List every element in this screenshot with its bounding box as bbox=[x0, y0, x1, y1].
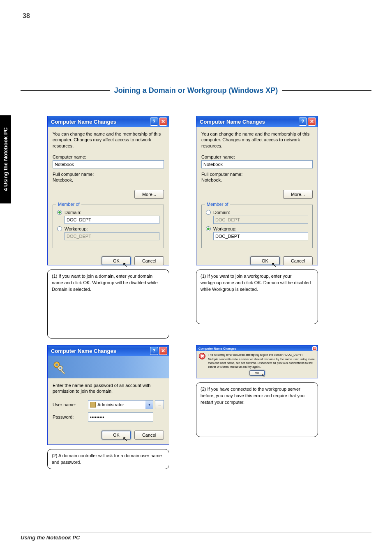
close-icon[interactable]: ✕ bbox=[159, 347, 167, 355]
more-button[interactable]: More... bbox=[134, 190, 164, 199]
svg-point-1 bbox=[55, 364, 58, 366]
error-icon: ✖ bbox=[199, 353, 205, 359]
domain-input[interactable] bbox=[65, 216, 159, 224]
ok-button[interactable]: OK bbox=[101, 256, 131, 265]
credentials-banner bbox=[48, 356, 169, 378]
side-chapter-tab: 4 Using the Notebook PC bbox=[0, 115, 11, 203]
computer-name-input[interactable] bbox=[53, 160, 164, 168]
radio-workgroup-label: Workgroup: bbox=[213, 226, 237, 231]
page-number: 38 bbox=[23, 12, 30, 20]
radio-domain[interactable] bbox=[57, 210, 62, 215]
workgroup-input-disabled bbox=[65, 232, 159, 240]
full-computer-name-value: Notebook. bbox=[53, 177, 164, 182]
cancel-button[interactable]: Cancel bbox=[283, 256, 313, 265]
dialog-title: Computer Name Changes bbox=[198, 347, 236, 350]
footer-title: Using the Notebook PC bbox=[21, 534, 80, 541]
workgroup-input[interactable] bbox=[213, 232, 308, 240]
section-heading-row: Joining a Domain or Workgroup (Windows X… bbox=[21, 86, 371, 95]
computer-name-label: Computer name: bbox=[53, 154, 164, 159]
dialog-description: You can change the name and the membersh… bbox=[201, 131, 313, 149]
rule-right bbox=[282, 90, 371, 91]
dialog-error: Computer Name Changes ✕ ✖ The following … bbox=[196, 345, 318, 378]
radio-workgroup[interactable] bbox=[206, 226, 211, 231]
full-computer-name-label: Full computer name: bbox=[201, 172, 313, 177]
member-of-legend: Member of bbox=[56, 202, 81, 207]
help-icon[interactable]: ? bbox=[150, 117, 158, 126]
password-input[interactable] bbox=[88, 412, 153, 421]
close-icon[interactable]: ✕ bbox=[159, 117, 167, 126]
dialog-title: Computer Name Changes bbox=[51, 348, 116, 354]
dialog-title: Computer Name Changes bbox=[200, 119, 265, 125]
caption-error: (2) If you have connected to the workgro… bbox=[196, 382, 318, 437]
dialog-title: Computer Name Changes bbox=[51, 119, 116, 125]
member-of-group: Member of Domain: Workgroup: bbox=[53, 205, 164, 248]
radio-domain-label: Domain: bbox=[65, 210, 81, 215]
member-of-legend: Member of bbox=[205, 202, 230, 207]
browse-button[interactable]: ... bbox=[155, 400, 164, 409]
keys-icon bbox=[51, 359, 67, 375]
dialog-computer-name-domain: Computer Name Changes ? ✕ You can change… bbox=[47, 116, 169, 265]
cancel-button[interactable]: Cancel bbox=[134, 431, 164, 440]
password-label: Password: bbox=[53, 415, 88, 419]
dialog-description: You can change the name and the membersh… bbox=[53, 131, 164, 149]
username-label: User name: bbox=[53, 402, 88, 407]
username-value: Administrator bbox=[97, 402, 144, 407]
titlebar: Computer Name Changes ? ✕ bbox=[48, 345, 169, 356]
computer-name-label: Computer name: bbox=[201, 154, 313, 159]
svg-rect-5 bbox=[61, 370, 65, 374]
section-heading: Joining a Domain or Workgroup (Windows X… bbox=[110, 86, 282, 95]
titlebar: Computer Name Changes ✕ bbox=[196, 345, 318, 351]
caption-credentials: (2) A domain controller will ask for a d… bbox=[47, 449, 169, 470]
help-icon[interactable]: ? bbox=[150, 347, 158, 355]
member-of-group: Member of Domain: Workgroup: bbox=[201, 205, 313, 248]
rule-left bbox=[21, 90, 110, 91]
titlebar: Computer Name Changes ? ✕ bbox=[48, 116, 169, 127]
ok-button[interactable]: OK bbox=[250, 256, 280, 265]
more-button[interactable]: More... bbox=[283, 190, 313, 199]
full-computer-name-value: Notebook. bbox=[201, 177, 313, 182]
caption-workgroup: (1) If you want to join a workgroup, ent… bbox=[196, 269, 318, 324]
cancel-button[interactable]: Cancel bbox=[134, 256, 164, 265]
footer-rule bbox=[21, 532, 371, 532]
ok-button[interactable]: OK bbox=[249, 370, 265, 376]
ok-button[interactable]: OK bbox=[101, 431, 131, 440]
computer-name-input[interactable] bbox=[201, 160, 313, 168]
radio-domain[interactable] bbox=[206, 210, 211, 215]
domain-input-disabled bbox=[213, 216, 308, 224]
error-line1: The following error occurred attempting … bbox=[208, 353, 315, 357]
full-computer-name-label: Full computer name: bbox=[53, 172, 164, 177]
titlebar: Computer Name Changes ? ✕ bbox=[196, 116, 318, 127]
username-combobox[interactable]: Administrator ▾ bbox=[88, 400, 153, 409]
user-icon bbox=[90, 402, 96, 408]
error-line2: Multiple connections to a server or shar… bbox=[208, 357, 315, 368]
close-icon[interactable]: ✕ bbox=[312, 346, 317, 351]
credentials-instruction: Enter the name and password of an accoun… bbox=[53, 382, 164, 394]
svg-point-4 bbox=[60, 367, 62, 369]
chevron-down-icon[interactable]: ▾ bbox=[145, 401, 153, 409]
radio-domain-label: Domain: bbox=[213, 210, 230, 215]
radio-workgroup-label: Workgroup: bbox=[65, 226, 88, 231]
dialog-computer-name-workgroup: Computer Name Changes ? ✕ You can change… bbox=[196, 116, 318, 265]
help-icon[interactable]: ? bbox=[299, 117, 307, 126]
dialog-credentials: Computer Name Changes ? ✕ bbox=[47, 345, 169, 445]
radio-workgroup[interactable] bbox=[57, 226, 62, 231]
caption-domain: (1) If you want to join a domain, enter … bbox=[47, 269, 169, 339]
close-icon[interactable]: ✕ bbox=[308, 117, 316, 126]
